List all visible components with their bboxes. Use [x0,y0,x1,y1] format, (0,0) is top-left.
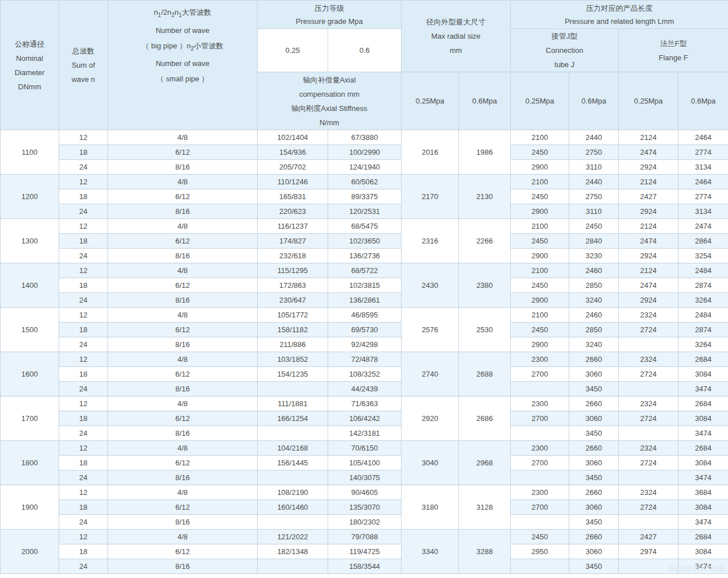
cell-wave-numbers: 8/16 [108,559,258,574]
cell-length-f-0.25: 2924 [619,204,679,219]
cell-length-j-0.25: 2900 [511,249,569,263]
table-row: 186/12154/1235108/32522700306027243084 [1,367,728,382]
cell-length-f-0.6: 3264 [679,293,728,308]
cell-length-f-0.25 [619,382,679,397]
cell-length-j-0.6: 2460 [569,263,619,278]
cell-length-j-0.6: 3450 [569,515,619,530]
cell-radial-0.6: 2688 [459,352,511,397]
header-text: wave n [59,72,107,86]
cell-axial-0.6: 68/5722 [328,263,402,278]
cell-dn: 1400 [1,263,59,308]
cell-wave-numbers: 8/16 [108,337,258,352]
cell-length-j-0.25: 2950 [511,544,569,559]
table-row: 1700124/8111/188171/63632920268623002660… [1,397,728,411]
cell-dn: 1100 [1,130,59,175]
header-text: 轴向刚度Axial Stiffness [258,101,401,115]
cell-length-f-0.25 [619,515,679,530]
cell-length-f-0.25: 2724 [619,456,679,470]
cell-total-waves: 12 [59,130,108,145]
cell-total-waves: 12 [59,263,108,278]
cell-total-waves: 18 [59,456,108,470]
cell-axial-0.25: 156/1445 [258,456,328,470]
table-row: 1300124/8116/123768/54752316226621002450… [1,219,728,234]
cell-axial-0.25: 211/886 [258,337,328,352]
cell-wave-numbers: 4/8 [108,352,258,367]
cell-axial-0.25: 116/1237 [258,219,328,234]
cell-length-f-0.25: 2324 [619,441,679,456]
cell-length-j-0.25: 2900 [511,160,569,175]
cell-length-f-0.25: 2124 [619,175,679,189]
cell-wave-numbers: 6/12 [108,500,258,515]
cell-length-f-0.6: 3254 [679,249,728,263]
cell-axial-0.6: 92/4298 [328,337,402,352]
cell-dn: 1200 [1,175,59,219]
cell-length-f-0.25: 2124 [619,263,679,278]
header-grade-0.25: 0.25 [258,29,328,72]
cell-length-f-0.6: 3474 [679,426,728,441]
cell-axial-0.6: 142/3181 [328,426,402,441]
cell-total-waves: 12 [59,530,108,544]
header-text: N/mm [258,115,401,130]
cell-length-j-0.25: 2700 [511,411,569,426]
cell-wave-numbers: 4/8 [108,485,258,500]
cell-wave-numbers: 6/12 [108,189,258,204]
cell-axial-0.6: 136/2861 [328,293,402,308]
cell-length-f-0.25: 2974 [619,544,679,559]
cell-axial-0.6: 46/8595 [328,308,402,323]
cell-dn: 1600 [1,352,59,397]
cell-wave-numbers: 6/12 [108,145,258,160]
cell-length-f-0.25 [619,470,679,485]
cell-length-j-0.6: 3110 [569,204,619,219]
header-text: 接管J型 [511,29,618,43]
cell-length-f-0.25: 2324 [619,485,679,500]
header-j-0.6mpa: 0.6Mpa [569,72,619,130]
header-text: 总波数 [59,44,107,58]
cell-wave-numbers: 4/8 [108,530,258,544]
header-text: （ small pipe ） [108,71,257,86]
cell-length-j-0.6: 3240 [569,293,619,308]
spec-table-body: 1100124/8102/140467/38802016198621002440… [1,130,728,574]
table-row: 1800124/8104/216870/61503040296823002660… [1,441,728,456]
header-text: Connection [511,43,618,57]
cell-wave-numbers: 4/8 [108,130,258,145]
cell-length-f-0.6: 3084 [679,411,728,426]
cell-axial-0.6: 68/5475 [328,219,402,234]
cell-axial-0.25 [258,426,328,441]
cell-axial-0.25: 154/1235 [258,367,328,382]
table-row: 2000124/8121/202279/70883340328824502660… [1,530,728,544]
header-text: 压力对应的产品长度 [511,2,728,15]
cell-total-waves: 18 [59,145,108,160]
cell-total-waves: 24 [59,160,108,175]
cell-total-waves: 24 [59,470,108,485]
cell-length-j-0.25: 2300 [511,352,569,367]
cell-length-f-0.25: 2724 [619,367,679,382]
cell-total-waves: 24 [59,559,108,574]
header-row-1: 公称通径 Nominal Diameter DNmm 总波数 Sum of wa… [1,1,728,29]
header-text: tube J [511,57,618,72]
cell-axial-0.25: 230/647 [258,293,328,308]
cell-length-f-0.6: 3474 [679,515,728,530]
cell-radial-0.25: 3340 [402,530,459,574]
spec-table: 公称通径 Nominal Diameter DNmm 总波数 Sum of wa… [0,0,728,574]
header-pressure-length: 压力对应的产品长度 Pressure and related length Lm… [511,1,728,29]
cell-axial-0.6: 106/4242 [328,411,402,426]
cell-axial-0.25: 121/2022 [258,530,328,544]
cell-axial-0.6: 100/2990 [328,145,402,160]
cell-wave-numbers: 6/12 [108,278,258,293]
cell-wave-numbers: 6/12 [108,411,258,426]
table-row: 248/16220/623120/25312900311029243134 [1,204,728,219]
cell-length-j-0.6: 3450 [569,426,619,441]
cell-length-f-0.6: 3134 [679,160,728,175]
header-text: 轴向补偿量Axial [258,73,401,87]
cell-radial-0.25: 2170 [402,175,459,219]
cell-length-j-0.6: 2840 [569,234,619,249]
cell-length-f-0.25 [619,426,679,441]
cell-length-f-0.6: 2684 [679,352,728,367]
cell-axial-0.25: 108/2190 [258,485,328,500]
cell-axial-0.6: 120/2531 [328,204,402,219]
cell-length-f-0.25: 2924 [619,249,679,263]
cell-axial-0.25: 103/1852 [258,352,328,367]
cell-axial-0.25: 158/1182 [258,323,328,337]
cell-axial-0.6: 108/3252 [328,367,402,382]
cell-length-f-0.6: 3134 [679,204,728,219]
